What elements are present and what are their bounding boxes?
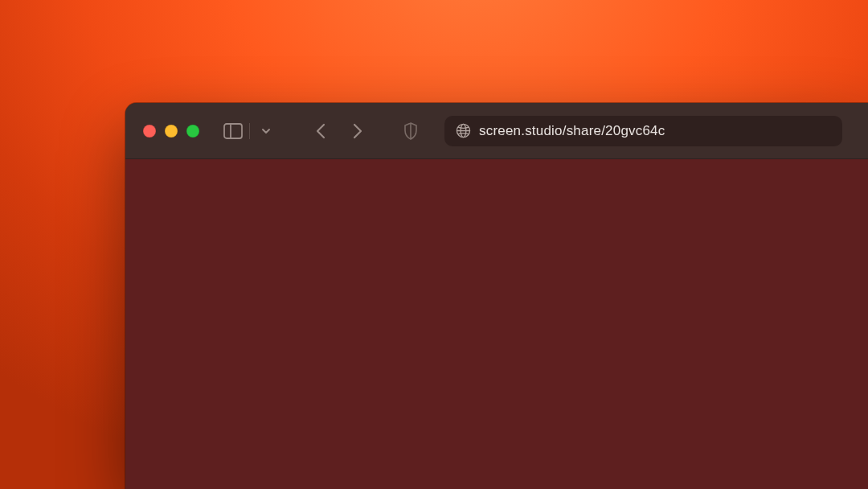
sidebar-toggle-button[interactable] (222, 120, 244, 142)
sidebar-icon (223, 123, 243, 139)
chevron-down-icon (260, 125, 272, 137)
window-controls (143, 125, 199, 138)
page-content (125, 159, 868, 489)
privacy-shield-button[interactable] (399, 120, 422, 142)
shield-icon (403, 121, 419, 141)
browser-window: screen.studio/share/20gvc64c (125, 103, 868, 489)
minimize-window-button[interactable] (165, 125, 178, 138)
forward-button[interactable] (346, 120, 369, 142)
url-text: screen.studio/share/20gvc64c (479, 123, 665, 139)
tab-group-dropdown[interactable] (255, 120, 277, 142)
address-bar[interactable]: screen.studio/share/20gvc64c (444, 116, 842, 146)
sidebar-controls (222, 120, 277, 142)
chevron-left-icon (314, 122, 327, 140)
chevron-right-icon (351, 122, 364, 140)
maximize-window-button[interactable] (186, 125, 199, 138)
back-button[interactable] (309, 120, 332, 142)
navigation-controls (309, 120, 369, 142)
toolbar-divider (249, 123, 250, 139)
svg-rect-0 (224, 124, 242, 138)
globe-icon (456, 123, 471, 138)
browser-toolbar: screen.studio/share/20gvc64c (125, 103, 868, 159)
close-window-button[interactable] (143, 125, 156, 138)
